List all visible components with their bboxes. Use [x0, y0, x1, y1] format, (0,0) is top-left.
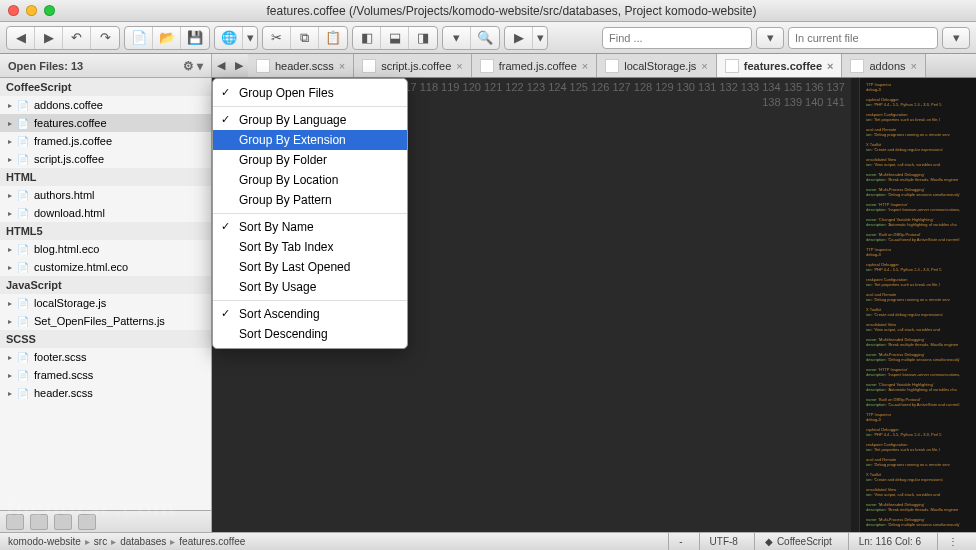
copy-button[interactable]: ⧉: [291, 27, 319, 49]
disclosure-icon: ▸: [8, 101, 12, 110]
menu-item[interactable]: Group By Location: [213, 170, 407, 190]
menu-item[interactable]: Group By Pattern: [213, 190, 407, 210]
editor-tab[interactable]: localStorage.js×: [597, 54, 717, 77]
code-editor[interactable]: TTP Inspector' debug-3' raphical Debugge…: [851, 78, 859, 532]
file-icon: 📄: [16, 134, 30, 148]
open-files-sidebar: Open Files: 13 ⚙ ▾ CoffeeScript▸📄addons.…: [0, 54, 212, 532]
toolbar: ◀ ▶ ↶ ↷ 📄 📂 💾 🌐 ▾ ✂ ⧉ 📋 ◧ ⬓ ◨ ▾ 🔍 ▶ ▾ ▾ …: [0, 22, 976, 54]
editor-tab[interactable]: addons×: [842, 54, 926, 77]
find-input[interactable]: [602, 27, 752, 49]
cut-button[interactable]: ✂: [263, 27, 291, 49]
menu-item[interactable]: ✓Group By Language: [213, 110, 407, 130]
disclosure-icon: ▸: [8, 245, 12, 254]
window-title: features.coffee (/Volumes/Projects/komod…: [55, 4, 968, 18]
find-button[interactable]: 🔍: [471, 27, 499, 49]
file-item[interactable]: ▸📄localStorage.js: [0, 294, 211, 312]
file-item[interactable]: ▸📄framed.js.coffee: [0, 132, 211, 150]
breadcrumb[interactable]: komodo-website▸src▸databases▸features.co…: [8, 536, 245, 547]
file-icon: 📄: [16, 98, 30, 112]
close-icon[interactable]: ×: [911, 60, 917, 72]
file-item[interactable]: ▸📄authors.html: [0, 186, 211, 204]
paste-button[interactable]: 📋: [319, 27, 347, 49]
footer-button[interactable]: [30, 514, 48, 530]
file-item[interactable]: ▸📄header.scss: [0, 384, 211, 402]
breadcrumb-item[interactable]: src: [94, 536, 107, 547]
run-dropdown[interactable]: ▾: [533, 27, 547, 49]
zoom-icon[interactable]: [44, 5, 55, 16]
close-icon[interactable]: ×: [339, 60, 345, 72]
editor-tab[interactable]: script.js.coffee×: [354, 54, 472, 77]
file-item[interactable]: ▸📄script.js.coffee: [0, 150, 211, 168]
editor-tab[interactable]: features.coffee×: [717, 54, 843, 77]
footer-button[interactable]: [78, 514, 96, 530]
minimap[interactable]: TTP Inspector debug-3 raphical Debugger …: [859, 78, 976, 532]
file-item[interactable]: ▸📄customize.html.eco: [0, 258, 211, 276]
breadcrumb-item[interactable]: features.coffee: [179, 536, 245, 547]
undo-button[interactable]: ↶: [63, 27, 91, 49]
save-button[interactable]: 💾: [181, 27, 209, 49]
close-icon[interactable]: ×: [456, 60, 462, 72]
scope-options-button[interactable]: ▾: [942, 27, 970, 49]
chevron-right-icon: ▸: [111, 536, 116, 547]
status-extra[interactable]: ⋮: [937, 533, 968, 550]
chevron-right-icon: ▸: [85, 536, 90, 547]
back-button[interactable]: ◀: [7, 27, 35, 49]
menu-item[interactable]: ✓Sort By Name: [213, 217, 407, 237]
footer-button[interactable]: [54, 514, 72, 530]
file-icon: [256, 59, 270, 73]
browser-button[interactable]: 🌐: [215, 27, 243, 49]
tab-scroll-left[interactable]: ◀: [212, 54, 230, 77]
gear-icon[interactable]: ⚙ ▾: [183, 59, 203, 73]
close-icon[interactable]: ×: [827, 60, 833, 72]
file-list: CoffeeScript▸📄addons.coffee▸📄features.co…: [0, 78, 211, 510]
new-file-button[interactable]: 📄: [125, 27, 153, 49]
editor-tab[interactable]: framed.js.coffee×: [472, 54, 598, 77]
menu-item[interactable]: Sort By Tab Index: [213, 237, 407, 257]
menu-item[interactable]: Group By Extension: [213, 130, 407, 150]
file-item[interactable]: ▸📄download.html: [0, 204, 211, 222]
footer-button[interactable]: [6, 514, 24, 530]
close-icon[interactable]: ×: [701, 60, 707, 72]
menu-item[interactable]: Group By Folder: [213, 150, 407, 170]
close-icon[interactable]: ×: [582, 60, 588, 72]
file-item[interactable]: ▸📄framed.scss: [0, 366, 211, 384]
breadcrumb-item[interactable]: komodo-website: [8, 536, 81, 547]
disclosure-icon: ▸: [8, 299, 12, 308]
menu-label: Group Open Files: [239, 86, 334, 100]
tab-scroll-right[interactable]: ▶: [230, 54, 248, 77]
file-item[interactable]: ▸📄blog.html.eco: [0, 240, 211, 258]
close-icon[interactable]: [8, 5, 19, 16]
find-scope-input[interactable]: [788, 27, 938, 49]
menu-separator: [213, 106, 407, 107]
menu-item[interactable]: Sort Descending: [213, 324, 407, 344]
menu-item[interactable]: Sort By Usage: [213, 277, 407, 297]
file-item[interactable]: ▸📄addons.coffee: [0, 96, 211, 114]
minimize-icon[interactable]: [26, 5, 37, 16]
panel-right-button[interactable]: ◨: [409, 27, 437, 49]
menu-label: Sort By Usage: [239, 280, 316, 294]
breadcrumb-item[interactable]: databases: [120, 536, 166, 547]
menu-item[interactable]: ✓Group Open Files: [213, 83, 407, 103]
menu-separator: [213, 300, 407, 301]
status-language[interactable]: ◆CoffeeScript: [754, 533, 842, 550]
file-item[interactable]: ▸📄footer.scss: [0, 348, 211, 366]
menu-item[interactable]: Sort By Last Opened: [213, 257, 407, 277]
menu-item[interactable]: ✓Sort Ascending: [213, 304, 407, 324]
recent-button[interactable]: ▾: [443, 27, 471, 49]
find-options-button[interactable]: ▾: [756, 27, 784, 49]
redo-button[interactable]: ↷: [91, 27, 119, 49]
panel-bottom-button[interactable]: ⬓: [381, 27, 409, 49]
file-item[interactable]: ▸📄Set_OpenFiles_Patterns.js: [0, 312, 211, 330]
window-controls: [8, 5, 55, 16]
panel-left-button[interactable]: ◧: [353, 27, 381, 49]
file-icon: 📄: [16, 350, 30, 364]
forward-button[interactable]: ▶: [35, 27, 63, 49]
editor-tab[interactable]: header.scss×: [248, 54, 354, 77]
status-encoding[interactable]: UTF-8: [699, 533, 748, 550]
file-item[interactable]: ▸📄features.coffee: [0, 114, 211, 132]
file-name: addons.coffee: [34, 99, 103, 111]
browser-dropdown[interactable]: ▾: [243, 27, 257, 49]
run-button[interactable]: ▶: [505, 27, 533, 49]
open-button[interactable]: 📂: [153, 27, 181, 49]
file-icon: [362, 59, 376, 73]
